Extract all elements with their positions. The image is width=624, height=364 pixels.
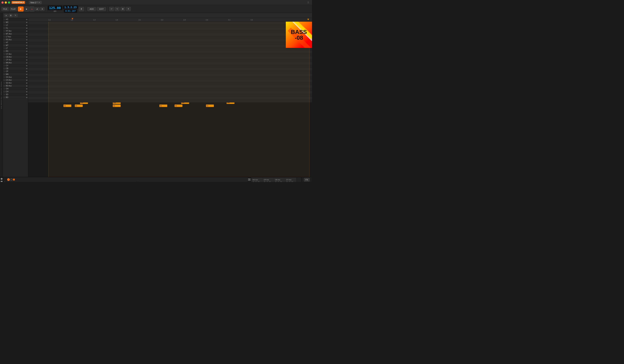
arrange-view: ≡ ⊞ ↖ 1HC◀1MC◀1LC◀1CL◀1HT Acc◀1MT Acc◀1L… bbox=[3, 13, 312, 177]
m-cb-acc[interactable]: M bbox=[280, 181, 282, 182]
ruler-mark: 2.2 bbox=[161, 19, 163, 21]
timeline-row[interactable] bbox=[28, 50, 312, 53]
track-item: 1CH Acc◀ bbox=[3, 79, 28, 82]
timeline-row[interactable] bbox=[28, 88, 312, 91]
instrument-group-cp-acc: CP Acc ▶ S M CP ▶ S M bbox=[263, 178, 274, 182]
dm-icon-1[interactable] bbox=[10, 179, 12, 181]
pattern-grid-icon bbox=[248, 178, 251, 181]
timeline-row[interactable] bbox=[28, 74, 312, 76]
cover-art: BASS -08 bbox=[286, 22, 312, 48]
track-item: 1OH◀ bbox=[3, 87, 28, 90]
instrument-group-ma-acc: MA Acc ▶ S M MA ▶ S M bbox=[252, 178, 262, 182]
add-button[interactable]: ADD bbox=[87, 7, 96, 11]
instr-controls-cy-acc: ▶ S M bbox=[286, 181, 295, 182]
s-cb-acc[interactable]: S bbox=[278, 181, 280, 182]
delete-button[interactable]: ✕ bbox=[126, 7, 131, 11]
knob-group-ch-level: CH Level - + bbox=[126, 182, 135, 182]
clip[interactable]: C1 bbox=[175, 105, 182, 107]
toolbar-separator-3 bbox=[107, 6, 108, 12]
bpm-section: 125.00 4/4 bbox=[48, 6, 62, 12]
timeline-row[interactable] bbox=[28, 100, 312, 103]
play-cb-acc[interactable]: ▶ bbox=[275, 181, 277, 182]
track-item: 1BD◀ bbox=[3, 96, 28, 99]
position-display: 1.3.2.23 bbox=[63, 5, 78, 9]
record-button[interactable]: ● bbox=[29, 6, 34, 12]
loop-button[interactable]: ⇄ bbox=[35, 7, 40, 11]
list-view-button[interactable]: ≡ bbox=[4, 14, 8, 17]
timeline-row[interactable] bbox=[28, 24, 312, 27]
timeline-row[interactable] bbox=[28, 97, 312, 100]
icon-circle-1[interactable] bbox=[1, 178, 2, 180]
clip[interactable]: C1 bbox=[63, 105, 71, 107]
play-label-button[interactable]: PLAY bbox=[10, 7, 17, 11]
clip[interactable]: C1 bbox=[75, 105, 83, 107]
s-cp-acc[interactable]: S bbox=[266, 181, 268, 182]
timeline-row[interactable] bbox=[28, 59, 312, 62]
label-bd-level: BD Level bbox=[19, 182, 25, 182]
play-cy-acc[interactable]: ▶ bbox=[286, 181, 288, 182]
power-button[interactable] bbox=[7, 178, 10, 181]
timeline-row[interactable] bbox=[28, 39, 312, 42]
s-ma-acc[interactable]: S bbox=[255, 181, 257, 182]
add-instrument-button[interactable]: + bbox=[297, 177, 301, 182]
s-cy-acc[interactable]: S bbox=[289, 181, 291, 182]
instrument-groups-panel: MA Acc ▶ S M MA ▶ S M CP Acc ▶ S M CP bbox=[251, 177, 297, 182]
m-ma-acc[interactable]: M bbox=[258, 181, 260, 182]
edit-button[interactable]: EDIT bbox=[97, 7, 106, 11]
clip[interactable]: C1 bbox=[159, 105, 167, 107]
m-cp-acc[interactable]: M bbox=[269, 181, 271, 182]
overdub-button[interactable]: ⊕ bbox=[40, 7, 45, 11]
timeline-row[interactable] bbox=[28, 82, 312, 85]
timeline-row[interactable] bbox=[28, 91, 312, 94]
m-cy-acc[interactable]: M bbox=[291, 181, 293, 182]
timeline-row[interactable] bbox=[28, 68, 312, 71]
timeline-row[interactable] bbox=[28, 62, 312, 65]
timeline-row[interactable] bbox=[28, 94, 312, 97]
tab-close-button[interactable]: ✕ bbox=[38, 1, 40, 3]
knob-group-clrs-level: CL/RS Level - + bbox=[72, 182, 83, 182]
timeline-row[interactable] bbox=[28, 27, 312, 30]
timeline-row[interactable] bbox=[28, 30, 312, 33]
timeline-row[interactable] bbox=[28, 76, 312, 79]
timeline-row[interactable] bbox=[28, 56, 312, 59]
timeline-row[interactable] bbox=[28, 36, 312, 39]
ruler-mark: 2.3 bbox=[183, 19, 186, 21]
timeline-row[interactable] bbox=[28, 33, 312, 36]
clip[interactable]: C1 bbox=[113, 105, 121, 107]
file-button[interactable]: FILE bbox=[1, 7, 9, 11]
main-area: 808 (BASS-08) : ANALOG TRIBAL ≡ ⊞ ↖ 1HC◀… bbox=[0, 13, 312, 177]
track-item: 1HT◀ bbox=[3, 41, 28, 44]
minimize-button[interactable] bbox=[5, 1, 7, 4]
play-ma-acc[interactable]: ▶ bbox=[253, 181, 255, 182]
cover-text: BASS -08 bbox=[291, 29, 307, 41]
stop-button[interactable]: ■ bbox=[24, 6, 29, 12]
timeline-row[interactable] bbox=[28, 48, 312, 50]
icon-rect[interactable] bbox=[1, 181, 2, 182]
knob-group-lct-level: L C/T Level - + bbox=[38, 182, 49, 182]
close-button[interactable] bbox=[1, 1, 4, 4]
metronome-button[interactable]: 🎚 bbox=[79, 7, 84, 11]
cursor-tool-button[interactable]: ↖ bbox=[14, 14, 18, 17]
fx-button[interactable]: FX bbox=[304, 178, 310, 182]
knob-row-1: Acc Vol. - + BD Level - + bbox=[7, 182, 247, 182]
clip[interactable]: C1 bbox=[206, 105, 214, 107]
redo-button[interactable]: ↪ bbox=[115, 7, 120, 11]
timeline-row[interactable] bbox=[28, 22, 312, 24]
timeline-row[interactable] bbox=[28, 65, 312, 68]
play-button[interactable]: ▶ bbox=[18, 6, 24, 12]
active-tab[interactable]: New 2 * ✕ bbox=[29, 1, 42, 4]
timeline-row[interactable] bbox=[28, 71, 312, 74]
play-cp-acc[interactable]: ▶ bbox=[264, 181, 266, 182]
bpm-display[interactable]: 125.00 bbox=[48, 6, 62, 10]
copy-button[interactable]: ⊞ bbox=[120, 7, 125, 11]
timeline-row[interactable] bbox=[28, 45, 312, 48]
timeline-row[interactable] bbox=[28, 53, 312, 56]
grid-view-button[interactable]: ⊞ bbox=[9, 14, 13, 17]
undo-button[interactable]: ↩ bbox=[109, 7, 114, 11]
timeline-row[interactable] bbox=[28, 42, 312, 45]
track-item: 1CY◀ bbox=[3, 64, 28, 67]
timeline-row[interactable] bbox=[28, 79, 312, 82]
label-clrs-level: CL/RS Level bbox=[74, 182, 82, 182]
maximize-button[interactable] bbox=[8, 1, 10, 4]
timeline-row[interactable] bbox=[28, 85, 312, 88]
